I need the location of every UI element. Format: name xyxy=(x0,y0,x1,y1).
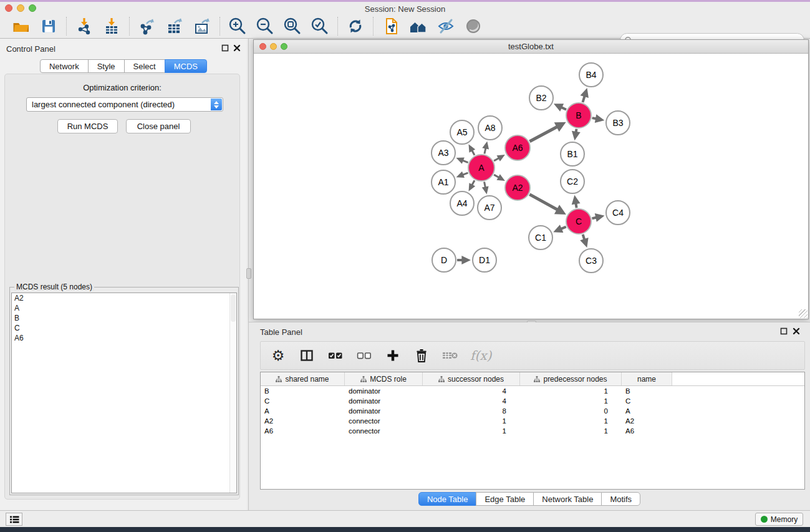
show-details-button[interactable] xyxy=(463,16,483,36)
graph-node-C[interactable]: C xyxy=(566,208,592,235)
mcds-result-item[interactable]: A6 xyxy=(12,333,236,343)
add-column-button[interactable] xyxy=(384,347,402,364)
table-row[interactable]: A2connector11A2 xyxy=(261,416,804,426)
node-table[interactable]: shared nameMCDS rolesuccessor nodesprede… xyxy=(260,372,805,490)
graph-node-A6[interactable]: A6 xyxy=(504,135,531,161)
graph-node-D1[interactable]: D1 xyxy=(472,248,497,273)
clone-network-button[interactable] xyxy=(381,16,401,36)
tab-edge-table[interactable]: Edge Table xyxy=(476,492,534,506)
graph-node-B4[interactable]: B4 xyxy=(579,62,604,87)
table-cell[interactable]: 1 xyxy=(520,426,622,436)
tab-network[interactable]: Network xyxy=(40,59,89,73)
graph-node-C1[interactable]: C1 xyxy=(528,225,553,250)
graph-node-B2[interactable]: B2 xyxy=(529,85,554,110)
memory-button[interactable]: Memory xyxy=(755,513,803,526)
close-panel-icon[interactable] xyxy=(233,44,241,52)
table-row[interactable]: Bdominator41B xyxy=(261,386,804,396)
table-row[interactable]: A6connector11A6 xyxy=(261,426,804,436)
column-header-predecessor-nodes[interactable]: predecessor nodes xyxy=(520,372,622,385)
graph-node-A3[interactable]: A3 xyxy=(431,140,456,165)
panel-divider-handle[interactable] xyxy=(246,268,251,279)
table-cell[interactable]: B xyxy=(261,386,345,396)
table-cell[interactable]: B xyxy=(622,386,672,396)
table-cell[interactable]: A2 xyxy=(622,416,672,426)
table-cell[interactable]: 1 xyxy=(520,416,622,426)
graph-node-C2[interactable]: C2 xyxy=(560,169,585,194)
zoom-out-button[interactable] xyxy=(255,16,275,36)
zoom-fit-button[interactable] xyxy=(282,16,302,36)
hide-details-button[interactable] xyxy=(436,16,456,36)
table-row[interactable]: Cdominator41C xyxy=(261,396,804,406)
graph-node-A2[interactable]: A2 xyxy=(504,175,531,201)
table-cell[interactable]: C xyxy=(622,396,672,406)
tab-motifs[interactable]: Motifs xyxy=(601,492,640,506)
graph-edge-A6-B[interactable] xyxy=(529,127,557,142)
deselect-all-button[interactable] xyxy=(355,347,373,364)
show-column-panel-button[interactable] xyxy=(298,347,316,364)
result-scrollbar[interactable] xyxy=(229,293,236,493)
table-cell[interactable]: A2 xyxy=(261,416,345,426)
table-cell[interactable]: 1 xyxy=(520,396,622,406)
mcds-result-item[interactable]: A xyxy=(12,303,236,313)
graph-node-A1[interactable]: A1 xyxy=(431,170,456,195)
float-panel-icon[interactable] xyxy=(221,44,229,52)
table-cell[interactable]: connector xyxy=(345,426,423,436)
zoom-in-button[interactable] xyxy=(228,16,248,36)
run-mcds-button[interactable]: Run MCDS xyxy=(57,119,118,133)
graph-node-A4[interactable]: A4 xyxy=(450,191,475,216)
refresh-view-button[interactable] xyxy=(345,16,365,36)
table-cell[interactable]: C xyxy=(261,396,345,406)
graph-node-D[interactable]: D xyxy=(432,248,456,273)
network-canvas[interactable]: B4B2BB3A8A5A6A3B1AC2A1A2A4A7C4CC1C3DD1 xyxy=(254,54,808,319)
close-panel-button[interactable]: Close panel xyxy=(126,119,191,133)
table-row[interactable]: Adominator80A xyxy=(261,406,804,416)
delete-table-button[interactable] xyxy=(441,347,459,364)
table-cell[interactable]: A6 xyxy=(261,426,345,436)
table-cell[interactable]: 4 xyxy=(423,386,520,396)
column-header-MCDS-role[interactable]: MCDS role xyxy=(345,372,423,385)
graph-node-B3[interactable]: B3 xyxy=(605,110,630,135)
table-cell[interactable]: 8 xyxy=(423,406,520,416)
save-session-button[interactable] xyxy=(39,16,59,36)
graph-node-B[interactable]: B xyxy=(566,102,592,128)
tab-mcds[interactable]: MCDS xyxy=(165,59,207,73)
tab-node-table[interactable]: Node Table xyxy=(418,492,477,506)
graph-node-A[interactable]: A xyxy=(468,154,495,181)
import-table-button[interactable] xyxy=(102,16,122,36)
table-cell[interactable]: dominator xyxy=(345,406,423,416)
tab-network-table[interactable]: Network Table xyxy=(533,492,602,506)
open-session-button[interactable] xyxy=(11,16,31,36)
graph-edge-A2-C[interactable] xyxy=(529,195,557,210)
export-table-button[interactable] xyxy=(165,16,185,36)
graph-node-C4[interactable]: C4 xyxy=(605,200,630,225)
function-builder-button[interactable]: f(x) xyxy=(470,347,491,364)
column-header-shared-name[interactable]: shared name xyxy=(261,372,345,385)
window-resize-grip[interactable] xyxy=(799,309,808,318)
export-image-button[interactable] xyxy=(192,16,212,36)
criterion-dropdown[interactable]: largest connected component (directed) xyxy=(26,97,223,112)
mcds-result-item[interactable]: B xyxy=(12,313,236,323)
mcds-result-item[interactable]: C xyxy=(12,323,236,333)
import-network-button[interactable] xyxy=(74,16,94,36)
table-cell[interactable]: 0 xyxy=(520,406,622,416)
table-cell[interactable]: 1 xyxy=(423,426,520,436)
column-header-successor-nodes[interactable]: successor nodes xyxy=(423,372,520,385)
table-cell[interactable]: 1 xyxy=(423,416,520,426)
mcds-result-item[interactable]: A2 xyxy=(12,293,236,303)
table-cell[interactable]: connector xyxy=(345,416,423,426)
float-table-panel-icon[interactable] xyxy=(780,327,788,335)
table-cell[interactable]: dominator xyxy=(345,396,423,406)
graph-node-A7[interactable]: A7 xyxy=(477,195,502,220)
column-header-name[interactable]: name xyxy=(622,372,672,385)
table-settings-button[interactable]: ⚙ xyxy=(269,347,287,364)
table-cell[interactable]: 1 xyxy=(520,386,622,396)
tab-select[interactable]: Select xyxy=(124,59,165,73)
task-history-button[interactable] xyxy=(6,513,22,526)
table-cell[interactable]: A6 xyxy=(622,426,672,436)
network-window-titlebar[interactable]: testGlobe.txt xyxy=(254,40,808,54)
graph-node-B1[interactable]: B1 xyxy=(560,142,585,167)
graph-node-A5[interactable]: A5 xyxy=(450,120,475,145)
close-table-panel-icon[interactable] xyxy=(793,327,800,335)
graph-node-A8[interactable]: A8 xyxy=(478,115,503,140)
delete-column-button[interactable] xyxy=(413,347,430,364)
